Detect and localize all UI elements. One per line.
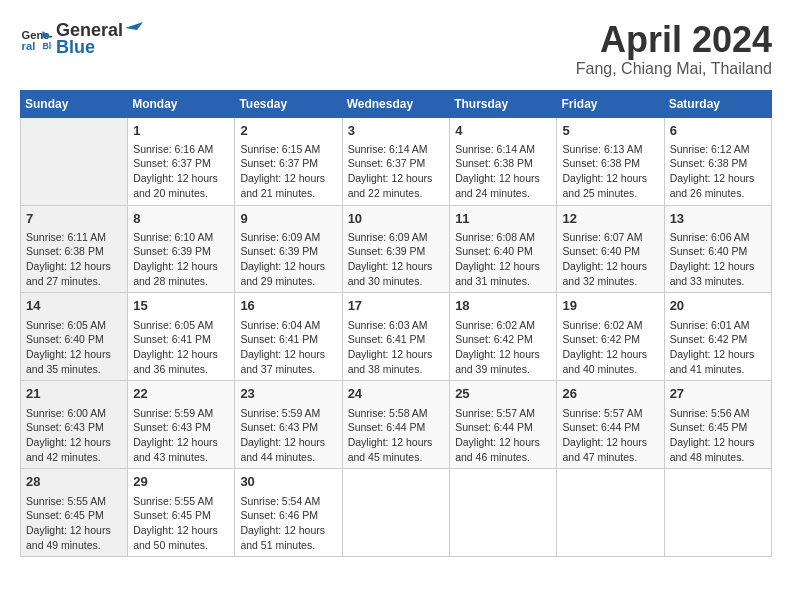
day-cell: 17Sunrise: 6:03 AM Sunset: 6:41 PM Dayli… (342, 293, 450, 381)
logo-icon: Gene- ral Blue (20, 23, 52, 55)
day-number: 27 (670, 385, 766, 403)
day-info: Sunrise: 5:55 AM Sunset: 6:45 PM Dayligh… (26, 494, 122, 553)
day-cell: 2Sunrise: 6:15 AM Sunset: 6:37 PM Daylig… (235, 117, 342, 205)
location-title: Fang, Chiang Mai, Thailand (576, 60, 772, 78)
header-day-sunday: Sunday (21, 90, 128, 117)
day-info: Sunrise: 6:02 AM Sunset: 6:42 PM Dayligh… (562, 318, 658, 377)
day-info: Sunrise: 5:56 AM Sunset: 6:45 PM Dayligh… (670, 406, 766, 465)
header-day-monday: Monday (128, 90, 235, 117)
day-number: 12 (562, 210, 658, 228)
day-info: Sunrise: 6:09 AM Sunset: 6:39 PM Dayligh… (348, 230, 445, 289)
day-info: Sunrise: 6:14 AM Sunset: 6:37 PM Dayligh… (348, 142, 445, 201)
day-number: 29 (133, 473, 229, 491)
day-info: Sunrise: 6:05 AM Sunset: 6:40 PM Dayligh… (26, 318, 122, 377)
day-cell: 20Sunrise: 6:01 AM Sunset: 6:42 PM Dayli… (664, 293, 771, 381)
day-info: Sunrise: 5:54 AM Sunset: 6:46 PM Dayligh… (240, 494, 336, 553)
day-number: 23 (240, 385, 336, 403)
day-cell: 27Sunrise: 5:56 AM Sunset: 6:45 PM Dayli… (664, 381, 771, 469)
day-info: Sunrise: 6:10 AM Sunset: 6:39 PM Dayligh… (133, 230, 229, 289)
day-number: 20 (670, 297, 766, 315)
logo-bird-icon (125, 20, 143, 36)
logo: Gene- ral Blue General Blue (20, 20, 143, 58)
day-cell: 9Sunrise: 6:09 AM Sunset: 6:39 PM Daylig… (235, 205, 342, 293)
day-number: 18 (455, 297, 551, 315)
day-cell (342, 469, 450, 557)
day-cell: 26Sunrise: 5:57 AM Sunset: 6:44 PM Dayli… (557, 381, 664, 469)
day-cell: 23Sunrise: 5:59 AM Sunset: 6:43 PM Dayli… (235, 381, 342, 469)
day-cell: 14Sunrise: 6:05 AM Sunset: 6:40 PM Dayli… (21, 293, 128, 381)
day-number: 21 (26, 385, 122, 403)
day-info: Sunrise: 6:03 AM Sunset: 6:41 PM Dayligh… (348, 318, 445, 377)
day-number: 4 (455, 122, 551, 140)
day-number: 28 (26, 473, 122, 491)
day-number: 14 (26, 297, 122, 315)
day-cell: 10Sunrise: 6:09 AM Sunset: 6:39 PM Dayli… (342, 205, 450, 293)
day-cell: 18Sunrise: 6:02 AM Sunset: 6:42 PM Dayli… (450, 293, 557, 381)
day-info: Sunrise: 5:57 AM Sunset: 6:44 PM Dayligh… (455, 406, 551, 465)
svg-text:ral: ral (22, 40, 36, 52)
day-info: Sunrise: 5:55 AM Sunset: 6:45 PM Dayligh… (133, 494, 229, 553)
day-info: Sunrise: 6:15 AM Sunset: 6:37 PM Dayligh… (240, 142, 336, 201)
day-cell: 29Sunrise: 5:55 AM Sunset: 6:45 PM Dayli… (128, 469, 235, 557)
day-cell: 12Sunrise: 6:07 AM Sunset: 6:40 PM Dayli… (557, 205, 664, 293)
day-cell: 24Sunrise: 5:58 AM Sunset: 6:44 PM Dayli… (342, 381, 450, 469)
day-info: Sunrise: 6:11 AM Sunset: 6:38 PM Dayligh… (26, 230, 122, 289)
day-number: 16 (240, 297, 336, 315)
week-row-2: 14Sunrise: 6:05 AM Sunset: 6:40 PM Dayli… (21, 293, 772, 381)
day-cell (450, 469, 557, 557)
day-number: 6 (670, 122, 766, 140)
day-number: 30 (240, 473, 336, 491)
day-cell: 11Sunrise: 6:08 AM Sunset: 6:40 PM Dayli… (450, 205, 557, 293)
day-number: 17 (348, 297, 445, 315)
day-number: 26 (562, 385, 658, 403)
day-number: 2 (240, 122, 336, 140)
month-title: April 2024 (576, 20, 772, 60)
day-info: Sunrise: 6:00 AM Sunset: 6:43 PM Dayligh… (26, 406, 122, 465)
day-number: 8 (133, 210, 229, 228)
day-cell: 3Sunrise: 6:14 AM Sunset: 6:37 PM Daylig… (342, 117, 450, 205)
day-number: 15 (133, 297, 229, 315)
day-number: 10 (348, 210, 445, 228)
day-info: Sunrise: 6:07 AM Sunset: 6:40 PM Dayligh… (562, 230, 658, 289)
day-cell: 28Sunrise: 5:55 AM Sunset: 6:45 PM Dayli… (21, 469, 128, 557)
svg-marker-4 (125, 22, 143, 30)
day-info: Sunrise: 6:16 AM Sunset: 6:37 PM Dayligh… (133, 142, 229, 201)
svg-text:Blue: Blue (42, 41, 52, 51)
calendar-table: SundayMondayTuesdayWednesdayThursdayFrid… (20, 90, 772, 558)
day-info: Sunrise: 6:08 AM Sunset: 6:40 PM Dayligh… (455, 230, 551, 289)
day-cell: 4Sunrise: 6:14 AM Sunset: 6:38 PM Daylig… (450, 117, 557, 205)
header-day-wednesday: Wednesday (342, 90, 450, 117)
header-day-saturday: Saturday (664, 90, 771, 117)
header-day-thursday: Thursday (450, 90, 557, 117)
day-number: 11 (455, 210, 551, 228)
day-number: 19 (562, 297, 658, 315)
day-info: Sunrise: 6:14 AM Sunset: 6:38 PM Dayligh… (455, 142, 551, 201)
day-info: Sunrise: 6:12 AM Sunset: 6:38 PM Dayligh… (670, 142, 766, 201)
calendar-header-row: SundayMondayTuesdayWednesdayThursdayFrid… (21, 90, 772, 117)
day-number: 7 (26, 210, 122, 228)
day-cell (557, 469, 664, 557)
header: Gene- ral Blue General Blue April 2024 F… (20, 20, 772, 78)
day-number: 13 (670, 210, 766, 228)
day-cell: 25Sunrise: 5:57 AM Sunset: 6:44 PM Dayli… (450, 381, 557, 469)
day-number: 3 (348, 122, 445, 140)
day-cell (664, 469, 771, 557)
day-cell: 6Sunrise: 6:12 AM Sunset: 6:38 PM Daylig… (664, 117, 771, 205)
day-info: Sunrise: 5:57 AM Sunset: 6:44 PM Dayligh… (562, 406, 658, 465)
day-info: Sunrise: 6:06 AM Sunset: 6:40 PM Dayligh… (670, 230, 766, 289)
day-cell: 15Sunrise: 6:05 AM Sunset: 6:41 PM Dayli… (128, 293, 235, 381)
day-number: 5 (562, 122, 658, 140)
day-cell: 8Sunrise: 6:10 AM Sunset: 6:39 PM Daylig… (128, 205, 235, 293)
day-cell: 5Sunrise: 6:13 AM Sunset: 6:38 PM Daylig… (557, 117, 664, 205)
day-info: Sunrise: 6:04 AM Sunset: 6:41 PM Dayligh… (240, 318, 336, 377)
day-number: 24 (348, 385, 445, 403)
day-cell (21, 117, 128, 205)
day-info: Sunrise: 5:58 AM Sunset: 6:44 PM Dayligh… (348, 406, 445, 465)
week-row-0: 1Sunrise: 6:16 AM Sunset: 6:37 PM Daylig… (21, 117, 772, 205)
day-cell: 30Sunrise: 5:54 AM Sunset: 6:46 PM Dayli… (235, 469, 342, 557)
day-info: Sunrise: 6:02 AM Sunset: 6:42 PM Dayligh… (455, 318, 551, 377)
day-cell: 7Sunrise: 6:11 AM Sunset: 6:38 PM Daylig… (21, 205, 128, 293)
day-info: Sunrise: 6:13 AM Sunset: 6:38 PM Dayligh… (562, 142, 658, 201)
day-info: Sunrise: 5:59 AM Sunset: 6:43 PM Dayligh… (240, 406, 336, 465)
header-day-tuesday: Tuesday (235, 90, 342, 117)
